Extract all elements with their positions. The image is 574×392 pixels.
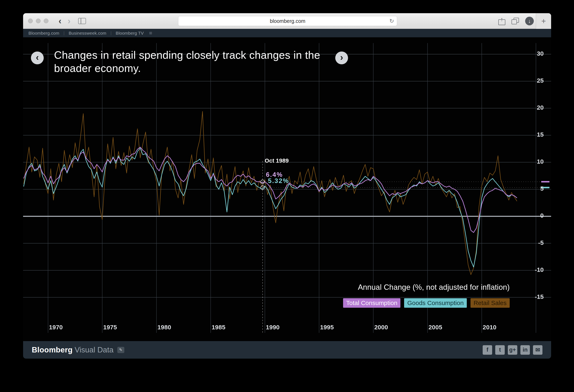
previous-slide-button[interactable]: ‹: [31, 52, 44, 64]
chart-content: Changes in retail spending closely track…: [23, 37, 551, 341]
toolbar-right-buttons: ↑ ↓: [498, 13, 534, 29]
tooltip-date: Oct 1989: [265, 157, 289, 164]
nav-separator: |: [63, 31, 64, 36]
footer-brand-bloomberg: Bloomberg: [32, 346, 73, 354]
y-axis-label: 10: [521, 158, 544, 165]
google-plus-icon[interactable]: g+: [508, 345, 517, 355]
nav-bloomberg-com[interactable]: Bloomberg.com: [28, 31, 59, 36]
browser-window: ‹ › bloomberg.com ↻ ↑ ↓ + Bloomberg.com …: [23, 13, 551, 359]
back-button[interactable]: ‹: [56, 14, 64, 28]
sidebar-toggle-icon[interactable]: [78, 18, 86, 24]
y-axis-label: -15: [521, 293, 544, 300]
forward-button[interactable]: ›: [64, 14, 74, 28]
grid-plus-icon: ⊞: [149, 31, 152, 35]
y-axis-label: -10: [521, 266, 544, 273]
social-icons: ftg+in✉: [483, 345, 542, 355]
x-axis-label: 1995: [320, 324, 334, 331]
downloads-icon[interactable]: ↓: [525, 17, 534, 25]
y-axis-label: 20: [521, 104, 544, 111]
retail-spending-chart[interactable]: [23, 37, 551, 341]
site-footer: Bloomberg Visual Data ✎ ftg+in✉: [23, 341, 551, 359]
nav-separator: |: [110, 31, 112, 36]
x-axis-label: 1975: [103, 324, 117, 331]
tab-overview-icon[interactable]: [512, 18, 519, 24]
legend-chip-total-consumption[interactable]: Total Consumption: [343, 298, 400, 308]
legend-title: Annual Change (%, not adjusted for infla…: [358, 283, 510, 292]
twitter-icon[interactable]: t: [495, 345, 505, 355]
legend-chip-goods-consumption[interactable]: Goods Consumption: [404, 298, 467, 308]
y-axis-label: -5: [521, 239, 544, 246]
x-axis-label: 2000: [374, 324, 388, 331]
x-axis-label: 1980: [157, 324, 171, 331]
minimize-button[interactable]: [36, 19, 41, 23]
linkedin-icon[interactable]: in: [520, 345, 530, 355]
tooltip-goods-consumption-value: 5.32%: [268, 177, 289, 185]
x-axis-label: 1970: [49, 324, 63, 331]
y-axis-label: 5: [521, 185, 544, 192]
nav-bloomberg-tv[interactable]: Bloomberg TV: [116, 31, 144, 36]
y-axis-label: 0: [521, 212, 544, 219]
browser-toolbar: ‹ › bloomberg.com ↻ ↑ ↓ +: [23, 13, 551, 29]
y-axis-label: 25: [521, 77, 544, 84]
x-axis-label: 2010: [483, 324, 496, 331]
traffic-lights: [28, 19, 48, 23]
x-axis-label: 1985: [211, 324, 225, 331]
email-icon[interactable]: ✉: [533, 345, 542, 355]
new-tab-button[interactable]: +: [536, 13, 551, 29]
chart-headline: Changes in retail spending closely track…: [54, 48, 347, 75]
comment-icon[interactable]: ✎: [117, 347, 124, 353]
footer-brand-visual-data: Visual Data: [75, 346, 114, 354]
y-axis-label: 15: [521, 131, 544, 138]
share-icon[interactable]: ↑: [498, 17, 505, 25]
x-axis-label: 2005: [429, 324, 442, 331]
y-axis-label: 30: [521, 50, 544, 57]
legend-chips: Total ConsumptionGoods ConsumptionRetail…: [343, 298, 510, 308]
legend-chip-retail-sales[interactable]: Retail Sales: [471, 298, 510, 308]
nav-businessweek-com[interactable]: Businessweek.com: [69, 31, 106, 36]
next-slide-button[interactable]: ›: [335, 52, 348, 64]
facebook-icon[interactable]: f: [483, 345, 492, 355]
address-bar[interactable]: bloomberg.com ↻: [178, 16, 397, 26]
x-axis-label: 1990: [266, 324, 280, 331]
url-text: bloomberg.com: [270, 18, 305, 24]
screen: ‹ › bloomberg.com ↻ ↑ ↓ + Bloomberg.com …: [0, 0, 574, 392]
zoom-button[interactable]: [44, 19, 48, 23]
site-nav: Bloomberg.com | Businessweek.com | Bloom…: [23, 29, 551, 37]
close-button[interactable]: [28, 19, 33, 23]
reload-icon[interactable]: ↻: [389, 18, 394, 24]
